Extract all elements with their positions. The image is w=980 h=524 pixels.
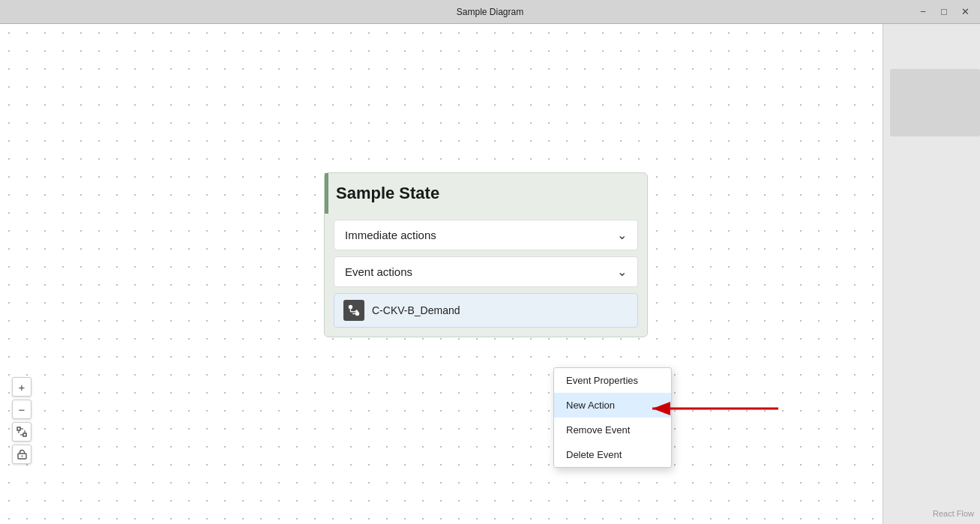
fit-view-button[interactable] bbox=[12, 422, 31, 442]
immediate-actions-chevron: ⌄ bbox=[617, 228, 627, 242]
event-name-label: C-CKV-B_Demand bbox=[372, 304, 460, 316]
state-header: Sample State bbox=[325, 173, 647, 214]
state-title: Sample State bbox=[336, 184, 439, 203]
lock-icon bbox=[17, 449, 27, 460]
svg-rect-8 bbox=[17, 427, 20, 430]
context-menu: Event Properties New Action Remove Event… bbox=[553, 367, 672, 468]
lock-button[interactable] bbox=[12, 445, 31, 464]
title-bar: Sample Diagram − □ ✕ bbox=[0, 0, 980, 24]
transition-icon bbox=[343, 300, 364, 321]
event-actions-row[interactable]: Event actions ⌄ bbox=[334, 256, 638, 287]
side-panel-thumbnail bbox=[890, 69, 980, 136]
svg-point-0 bbox=[349, 305, 352, 309]
transition-svg bbox=[347, 304, 361, 317]
immediate-actions-label: Immediate actions bbox=[345, 229, 436, 241]
maximize-button[interactable]: □ bbox=[935, 3, 953, 21]
state-body: Immediate actions ⌄ Event actions ⌄ bbox=[325, 214, 647, 337]
context-menu-item-remove-event[interactable]: Remove Event bbox=[554, 418, 671, 442]
window-controls: − □ ✕ bbox=[914, 3, 974, 21]
context-menu-item-event-properties[interactable]: Event Properties bbox=[554, 368, 671, 393]
event-item-row[interactable]: C-CKV-B_Demand bbox=[334, 293, 638, 328]
window-title: Sample Diagram bbox=[457, 7, 523, 17]
close-button[interactable]: ✕ bbox=[956, 3, 974, 21]
event-actions-chevron: ⌄ bbox=[617, 265, 627, 279]
context-menu-item-new-action[interactable]: New Action bbox=[554, 393, 671, 418]
event-actions-label: Event actions bbox=[345, 265, 412, 278]
state-node: Sample State Immediate actions ⌄ Event a… bbox=[324, 172, 648, 337]
context-menu-item-delete-event[interactable]: Delete Event bbox=[554, 442, 671, 467]
side-panel bbox=[883, 24, 980, 524]
svg-point-15 bbox=[21, 456, 22, 457]
diagram-canvas: Sample State Immediate actions ⌄ Event a… bbox=[0, 24, 980, 524]
watermark-text: React Flow bbox=[933, 509, 974, 518]
immediate-actions-row[interactable]: Immediate actions ⌄ bbox=[334, 220, 638, 250]
svg-point-1 bbox=[355, 312, 359, 316]
watermark: React Flow bbox=[933, 509, 974, 518]
fit-icon bbox=[16, 427, 27, 437]
minimize-button[interactable]: − bbox=[914, 3, 932, 21]
zoom-controls: + − bbox=[12, 377, 31, 464]
svg-rect-9 bbox=[23, 433, 26, 436]
zoom-in-button[interactable]: + bbox=[12, 377, 31, 397]
svg-marker-5 bbox=[355, 310, 358, 312]
zoom-out-button[interactable]: − bbox=[12, 400, 31, 419]
